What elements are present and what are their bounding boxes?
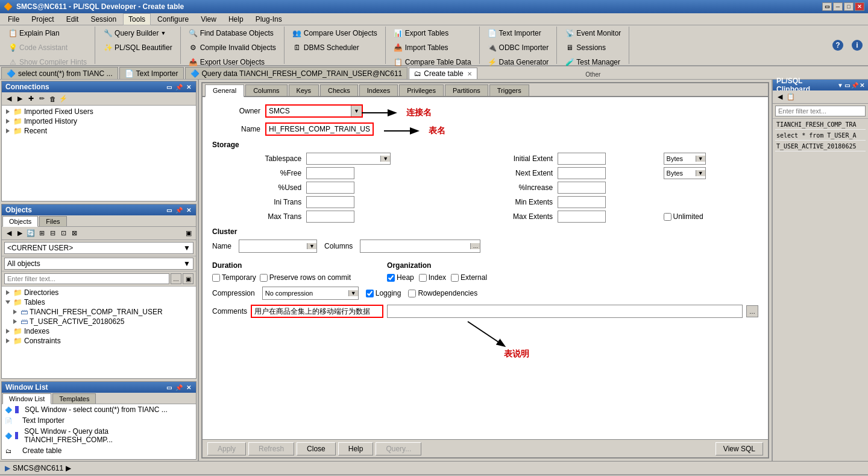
close-btn[interactable]: Close <box>297 442 336 455</box>
query-builder-btn[interactable]: 🔧 Query Builder ▼ <box>100 27 169 40</box>
cluster-cols-btn[interactable]: … <box>470 243 480 249</box>
tablespace-dropdown[interactable]: ▼ <box>306 153 391 165</box>
current-user-dropdown[interactable]: <CURRENT USER> ▼ <box>4 242 193 254</box>
wl-tab-list[interactable]: Window List <box>2 393 51 404</box>
obj-tab-objects[interactable]: Objects <box>2 216 38 227</box>
wl-tab-templates[interactable]: Templates <box>52 393 96 404</box>
obj-btn3[interactable]: ⊡ <box>58 229 68 238</box>
dialog-tab-general[interactable]: General <box>205 84 244 97</box>
ini-trans-input[interactable] <box>306 196 354 208</box>
menu-file[interactable]: File <box>2 13 25 25</box>
clipboard-expand-btn[interactable]: ◀ <box>775 92 785 102</box>
obj-forward-btn[interactable]: ▶ <box>15 229 25 238</box>
pct-increase-input[interactable] <box>558 182 606 194</box>
obj-tuser-table[interactable]: 🗃 T_USER_ACTIVE_20180625 <box>4 317 193 326</box>
expand-imported-fixed[interactable] <box>4 108 11 115</box>
conn-connect-btn[interactable]: ⚡ <box>58 94 68 104</box>
plsql-beautifier-btn[interactable]: ✨ PL/SQL Beautifier <box>100 41 175 54</box>
obj-constraints[interactable]: 📁 Constraints <box>4 336 193 346</box>
heap-checkbox[interactable] <box>387 274 395 282</box>
data-generator-btn[interactable]: ⚡ Data Generator <box>485 56 552 69</box>
wl-item-0[interactable]: 🔷 SQL Window - select count(*) from TIAN… <box>2 404 196 415</box>
conn-back-btn[interactable]: ◀ <box>4 94 14 104</box>
comments-extra-input[interactable] <box>387 305 743 318</box>
expand-tables[interactable] <box>4 299 11 306</box>
tab-sql-window[interactable]: 🔷 select count(*) from TIANC ... <box>1 67 118 79</box>
pct-used-input[interactable] <box>306 182 354 194</box>
test-manager-btn[interactable]: 🧪 Test Manager <box>562 56 623 69</box>
wl-close-btn[interactable]: ✕ <box>185 384 192 391</box>
expand-tuser[interactable] <box>11 318 19 325</box>
menu-session[interactable]: Session <box>85 13 122 25</box>
event-monitor-btn[interactable]: 📡 Event Monitor <box>562 27 624 40</box>
comments-input[interactable] <box>251 305 383 318</box>
obj-btn2[interactable]: ⊟ <box>48 229 57 238</box>
menu-plugins[interactable]: Plug-Ins <box>250 13 288 25</box>
next-extent-unit[interactable]: Bytes ▼ <box>664 167 706 179</box>
tablespace-arrow[interactable]: ▼ <box>380 156 390 162</box>
wl-dock-btn[interactable]: ▭ <box>165 384 173 391</box>
expand-imported-history[interactable] <box>4 118 11 125</box>
dbms-scheduler-btn[interactable]: 🗓 DBMS Scheduler <box>289 41 362 54</box>
dialog-tab-columns[interactable]: Columns <box>245 84 287 96</box>
clipboard-dock-btn[interactable]: ▭ <box>844 82 850 89</box>
dialog-tab-triggers[interactable]: Triggers <box>489 84 529 96</box>
dialog-tab-partitions[interactable]: Partitions <box>445 84 488 96</box>
expand-constraints[interactable] <box>4 337 11 344</box>
cluster-name-dropdown[interactable]: ▼ <box>239 240 317 253</box>
compare-user-objects-btn[interactable]: 👥 Compare User Objects <box>289 27 380 40</box>
maximize-btn[interactable]: □ <box>844 2 854 11</box>
obj-refresh-btn[interactable]: 🔄 <box>26 229 36 238</box>
pct-free-input[interactable] <box>306 167 354 179</box>
code-assistant-btn[interactable]: 💡 Code Assistant <box>5 41 71 54</box>
rowdep-checkbox[interactable] <box>408 290 416 297</box>
external-checkbox[interactable] <box>451 274 459 282</box>
bytes-arrow-1[interactable]: ▼ <box>696 156 705 162</box>
compression-arrow[interactable]: ▼ <box>348 290 358 296</box>
menu-project[interactable]: Project <box>26 13 59 25</box>
explain-plan-btn[interactable]: 📋 Explain Plan <box>5 27 63 40</box>
info-btn[interactable]: i <box>849 38 866 52</box>
dialog-tab-keys[interactable]: Keys <box>289 84 319 96</box>
objects-close-btn[interactable]: ✕ <box>185 207 192 214</box>
conn-recent[interactable]: 📁 Recent <box>4 126 193 136</box>
dialog-tab-checks[interactable]: Checks <box>320 84 358 96</box>
import-tables-btn[interactable]: 📥 Import Tables <box>391 41 451 54</box>
menu-help[interactable]: Help <box>223 13 249 25</box>
clipboard-item-1[interactable]: select * from T_USER_A <box>775 130 866 141</box>
obj-btn4[interactable]: ⊠ <box>69 229 79 238</box>
filter-clear-btn[interactable]: ▣ <box>183 273 193 284</box>
obj-tianchi-table[interactable]: 🗃 TIANCHI_FRESH_COMP_TRAIN_USER <box>4 307 193 317</box>
dialog-tab-privileges[interactable]: Privileges <box>399 84 444 96</box>
text-importer-btn[interactable]: 📄 Text Importer <box>485 27 544 40</box>
owner-input[interactable] <box>266 106 351 116</box>
obj-directories[interactable]: 📁 Directories <box>4 288 193 297</box>
menu-configure[interactable]: Configure <box>152 13 194 25</box>
min-extents-input[interactable] <box>558 196 606 208</box>
clipboard-copy-btn[interactable]: 📋 <box>786 92 796 102</box>
close-btn[interactable]: ✕ <box>855 2 864 11</box>
conn-forward-btn[interactable]: ▶ <box>15 94 25 104</box>
objects-pin-btn[interactable]: 📌 <box>174 207 184 214</box>
wl-item-2[interactable]: 🔷 SQL Window - Query data TIANCHI_FRESH_… <box>2 426 196 445</box>
menu-tools[interactable]: Tools <box>123 13 151 25</box>
initial-extent-unit[interactable]: Bytes ▼ <box>664 153 706 165</box>
max-extents-input[interactable] <box>558 211 606 223</box>
export-tables-btn[interactable]: 📊 Export Tables <box>391 27 452 40</box>
conn-imported-history[interactable]: 📁 Imported History <box>4 116 193 126</box>
clipboard-pin-btn[interactable]: 📌 <box>851 82 858 89</box>
refresh-btn[interactable]: Refresh <box>248 442 294 455</box>
initial-extent-input[interactable] <box>558 153 606 165</box>
sessions-btn[interactable]: 🖥 Sessions <box>562 41 609 54</box>
name-input[interactable] <box>265 122 374 136</box>
view-sql-btn[interactable]: View SQL <box>715 442 763 455</box>
wl-pin-btn[interactable]: 📌 <box>174 384 184 391</box>
obj-back-btn[interactable]: ◀ <box>4 229 14 238</box>
comments-btn[interactable]: … <box>746 305 758 317</box>
bytes-arrow-2[interactable]: ▼ <box>696 170 705 176</box>
odbc-importer-btn[interactable]: 🔌 ODBC Importer <box>485 41 552 54</box>
conn-delete-btn[interactable]: 🗑 <box>48 94 57 104</box>
filter-input[interactable] <box>4 273 169 284</box>
wl-item-1[interactable]: 📄 Text Importer <box>2 415 196 426</box>
logging-checkbox[interactable] <box>366 290 374 297</box>
